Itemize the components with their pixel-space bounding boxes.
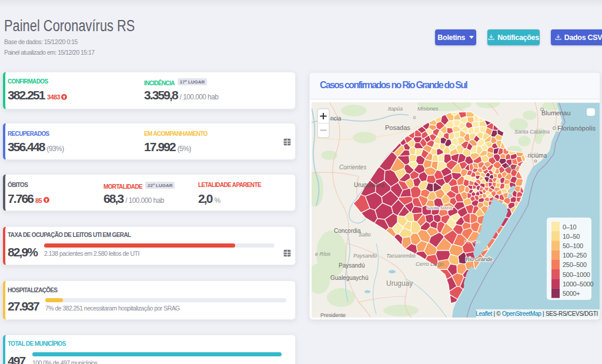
svg-text:Rio Grande: Rio Grande (466, 256, 493, 262)
svg-text:riciúma: riciúma (528, 152, 547, 159)
svg-text:Uruguay: Uruguay (386, 279, 413, 288)
svg-text:Cerro Largo: Cerro Largo (416, 261, 444, 267)
svg-text:100–250: 100–250 (563, 252, 587, 259)
svg-text:10–50: 10–50 (563, 233, 580, 240)
svg-text:Leaflet | © OpenStreetMap | SE: Leaflet | © OpenStreetMap | SES-RS/CEVS/… (476, 310, 598, 317)
svg-text:e Ríos: e Ríos (315, 251, 331, 257)
svg-text:1000–5000: 1000–5000 (563, 280, 594, 288)
svg-text:5000+: 5000+ (563, 290, 580, 297)
svg-text:Corrientes: Corrientes (339, 164, 366, 171)
svg-text:Tacuarembó: Tacuarembó (386, 253, 416, 259)
svg-text:Posadas: Posadas (385, 124, 410, 131)
svg-text:Sul: Sul (506, 163, 516, 172)
svg-text:Misiones: Misiones (417, 106, 439, 112)
svg-text:Santa Catarina: Santa Catarina (514, 129, 550, 135)
svg-text:Presidente: Presidente (320, 312, 346, 318)
svg-text:500–1000: 500–1000 (563, 271, 590, 278)
svg-text:ncia: ncia (330, 115, 342, 122)
svg-text:0–10: 0–10 (563, 223, 576, 231)
svg-text:Blumenau: Blumenau (541, 109, 571, 116)
svg-text:Pelotas: Pelotas (464, 239, 480, 245)
svg-text:Florianópolis: Florianópolis (557, 125, 596, 132)
svg-text:Gualeguaychú: Gualeguaychú (330, 275, 369, 281)
svg-text:Concordia: Concordia (334, 228, 361, 234)
svg-text:Paysandú: Paysandú (353, 253, 377, 259)
svg-text:250–500: 250–500 (563, 261, 587, 268)
svg-text:50–100: 50–100 (563, 242, 583, 249)
svg-text:Santa Maria: Santa Maria (427, 205, 453, 211)
svg-text:Itapúa: Itapúa (388, 106, 403, 112)
svg-text:Uruguaiana: Uruguaiana (354, 182, 384, 188)
svg-text:Salto: Salto (359, 232, 371, 238)
svg-text:Paysandú: Paysandú (339, 262, 364, 269)
